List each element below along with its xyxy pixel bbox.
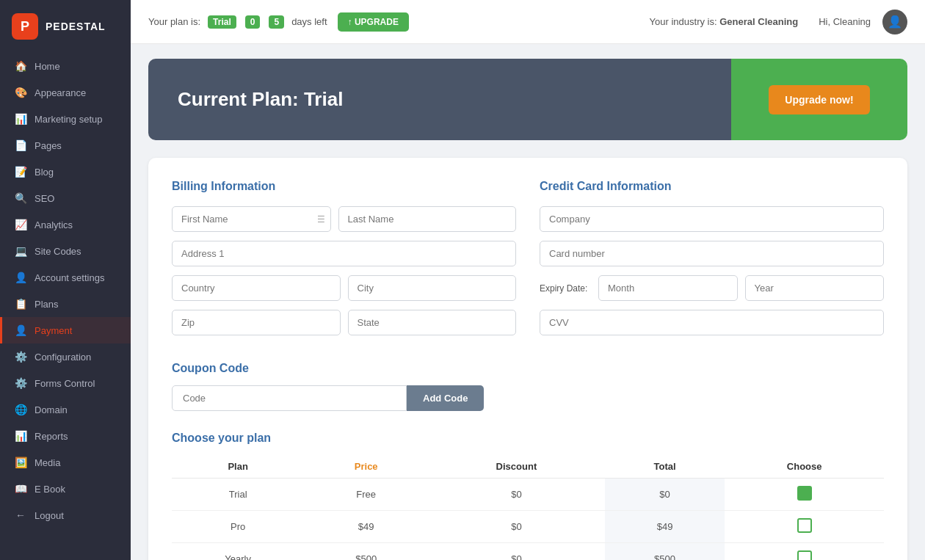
payment-icon: 👤 (14, 324, 27, 336)
topbar: Your plan is: Trial 0 5 days left ↑ UPGR… (131, 0, 925, 44)
plan-total-0: $0 (605, 479, 725, 511)
year-input[interactable] (745, 275, 885, 301)
seo-icon: 🔍 (14, 192, 27, 204)
logo: P PEDESTAL (0, 0, 131, 53)
credit-card-title: Credit Card Information (540, 180, 884, 193)
sidebar-item-ebook[interactable]: 📖 E Book (0, 476, 131, 502)
sidebar-item-site-codes[interactable]: 💻 Site Codes (0, 238, 131, 264)
plan-discount-0: $0 (428, 479, 605, 511)
plan-name-0: Trial (172, 479, 304, 511)
avatar[interactable]: 👤 (882, 10, 907, 34)
sidebar-label-account: Account settings (35, 272, 104, 283)
plan-total-2: $500 (605, 543, 725, 561)
address-row (172, 241, 516, 266)
plan-name-2: Yearly (172, 543, 304, 561)
plan-discount-2: $0 (428, 543, 605, 561)
upgrade-button[interactable]: ↑ UPGRADE (338, 12, 409, 32)
sidebar-item-domain[interactable]: 🌐 Domain (0, 396, 131, 423)
coupon-row: Add Code (172, 385, 884, 411)
analytics-icon: 📈 (14, 219, 27, 230)
city-input[interactable] (348, 275, 517, 301)
plan-discount-1: $0 (428, 511, 605, 543)
sidebar-nav: 🏠 Home 🎨 Appearance 📊 Marketing setup 📄 … (0, 53, 131, 528)
name-row: ☰ (172, 206, 516, 232)
cvv-input[interactable] (540, 310, 884, 335)
expiry-row: Expiry Date: (540, 275, 884, 301)
days-digit2: 5 (269, 15, 284, 29)
industry-name: General Cleaning (719, 16, 798, 27)
sidebar-item-account[interactable]: 👤 Account settings (0, 264, 131, 291)
country-city-row (172, 275, 516, 301)
plan-choose-0[interactable] (725, 479, 884, 511)
plan-row: Yearly $500 $0 $500 (172, 543, 884, 561)
last-name-input[interactable] (338, 206, 517, 232)
month-input[interactable] (598, 275, 738, 301)
first-name-input[interactable] (172, 206, 331, 232)
col-price: Price (304, 455, 428, 479)
coupon-code-input[interactable] (172, 385, 407, 411)
plan-checkbox-0[interactable] (797, 486, 812, 501)
logo-text: PEDESTAL (46, 21, 106, 32)
expiry-label: Expiry Date: (540, 283, 591, 294)
sidebar-item-seo[interactable]: 🔍 SEO (0, 185, 131, 211)
hero-title: Current Plan: Trial (178, 88, 343, 111)
address-input[interactable] (172, 241, 516, 266)
card-number-input[interactable] (540, 241, 884, 266)
industry-label: Your industry is: General Cleaning (650, 16, 799, 27)
plans-icon: 📋 (14, 298, 27, 310)
sidebar-item-forms-control[interactable]: ⚙️ Forms Control (0, 370, 131, 396)
hero-right: Upgrade now! (731, 59, 907, 140)
sidebar-item-marketing[interactable]: 📊 Marketing setup (0, 106, 131, 132)
sidebar-label-ebook: E Book (35, 484, 65, 495)
sidebar-item-plans[interactable]: 📋 Plans (0, 291, 131, 317)
sidebar-item-payment[interactable]: 👤 Payment (0, 317, 131, 343)
configuration-icon: ⚙️ (14, 351, 27, 363)
plan-choose-2[interactable] (725, 543, 884, 561)
cvv-row (540, 310, 884, 335)
sidebar-label-domain: Domain (35, 404, 68, 415)
sidebar-item-appearance[interactable]: 🎨 Appearance (0, 79, 131, 106)
sidebar-item-home[interactable]: 🏠 Home (0, 53, 131, 79)
sidebar-item-reports[interactable]: 📊 Reports (0, 423, 131, 449)
sidebar-label-appearance: Appearance (35, 87, 86, 98)
sidebar-item-analytics[interactable]: 📈 Analytics (0, 211, 131, 238)
sidebar-label-logout: Logout (35, 510, 64, 521)
upgrade-now-button[interactable]: Upgrade now! (769, 85, 869, 114)
sidebar-item-media[interactable]: 🖼️ Media (0, 449, 131, 476)
hero-banner: Current Plan: Trial Upgrade now! (148, 59, 907, 140)
appearance-icon: 🎨 (14, 87, 27, 98)
days-digit1: 0 (245, 15, 261, 29)
sidebar-label-seo: SEO (35, 193, 54, 204)
industry-prefix: Your industry is: (650, 16, 717, 27)
pages-icon: 📄 (14, 139, 27, 151)
plan-name-badge: Trial (208, 15, 236, 29)
zip-input[interactable] (172, 310, 341, 335)
sidebar-item-logout[interactable]: ← Logout (0, 502, 131, 528)
content-area: Current Plan: Trial Upgrade now! Billing… (131, 44, 925, 560)
plan-price-0: Free (304, 479, 428, 511)
name-icon: ☰ (317, 214, 325, 225)
sidebar-label-media: Media (35, 457, 60, 468)
plan-checkbox-2[interactable] (797, 550, 812, 560)
sidebar-label-configuration: Configuration (35, 352, 91, 363)
country-input[interactable] (172, 275, 341, 301)
plan-checkbox-1[interactable] (797, 518, 812, 533)
sidebar-label-reports: Reports (35, 431, 68, 442)
blog-icon: 📝 (14, 166, 27, 178)
days-suffix: days left (291, 16, 327, 27)
billing-credit-grid: Billing Information ☰ (172, 180, 884, 344)
sidebar-item-pages[interactable]: 📄 Pages (0, 132, 131, 159)
plan-choose-1[interactable] (725, 511, 884, 543)
company-input[interactable] (540, 206, 884, 232)
credit-card-section: Credit Card Information Expiry Date: (540, 180, 884, 344)
sidebar-item-configuration[interactable]: ⚙️ Configuration (0, 343, 131, 370)
site-codes-icon: 💻 (14, 245, 27, 257)
forms-control-icon: ⚙️ (14, 377, 27, 389)
domain-icon: 🌐 (14, 404, 27, 415)
add-code-button[interactable]: Add Code (407, 385, 484, 411)
plan-title: Choose your plan (172, 432, 884, 445)
sidebar-item-blog[interactable]: 📝 Blog (0, 159, 131, 185)
state-input[interactable] (348, 310, 517, 335)
company-row (540, 206, 884, 232)
coupon-title: Coupon Code (172, 362, 884, 375)
